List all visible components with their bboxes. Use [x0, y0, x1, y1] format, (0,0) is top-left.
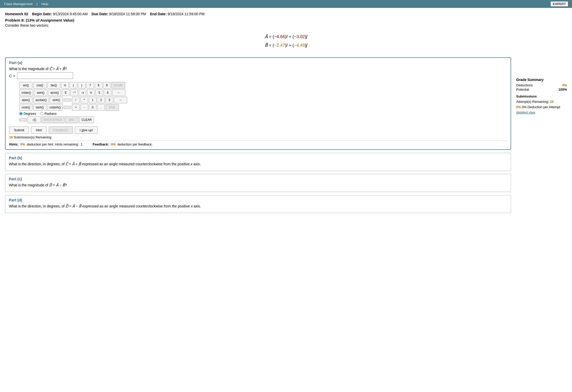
calc-minus[interactable]: - [80, 104, 88, 111]
main-content: Homework 02 Begin Date: 9/13/2024 9:45:0… [0, 8, 572, 392]
calc-empty-3 [19, 118, 27, 121]
hints-feedback-row: Hints: 0% deduction per hint. Hints rema… [9, 141, 507, 146]
calc-multiply[interactable]: * [80, 97, 88, 103]
calc-e[interactable]: E [62, 89, 70, 96]
calc-row-3: atan() acotan() sinh() / * 1 2 3 → [19, 97, 127, 103]
calc-3[interactable]: 3 [106, 97, 113, 103]
potential-value: 100% [559, 88, 567, 91]
hints-info: Hints: 0% deduction per hint. Hints rema… [9, 142, 82, 146]
submissions-title: Submissions [516, 94, 567, 98]
layout-wrapper: Part (a) What is the magnitude of C⃗ = A… [5, 57, 567, 216]
calc-down-v[interactable]: ↓v [79, 89, 86, 96]
nav-class-management[interactable]: Class Management [4, 2, 32, 6]
calc-0[interactable]: 0 [89, 104, 96, 111]
calc-acos[interactable]: acos() [48, 89, 61, 96]
part-a-section: Part (a) What is the magnitude of C⃗ = A… [5, 57, 511, 150]
radians-radio[interactable] [40, 112, 43, 115]
part-a-body: What is the magnitude of C⃗ = A⃗ + B⃗? C… [6, 66, 511, 149]
part-d-question: What is the direction, in degrees, of D⃗… [9, 204, 507, 208]
calculator-grid: sin() cos() tan() π ( ) 7 8 9 HOME [19, 82, 127, 124]
hint-button[interactable]: Hint [31, 126, 46, 134]
calc-1[interactable]: 1 [89, 97, 96, 103]
calc-acotan[interactable]: acotan() [33, 97, 49, 103]
homework-title: Homework 02 [5, 12, 28, 16]
calc-9[interactable]: 9 [103, 82, 111, 89]
submissions-detail: Attempt(s) Remaining: 10 0% 0% Deduction… [516, 99, 567, 115]
degrees-label[interactable]: Degrees [19, 112, 36, 116]
calc-clear[interactable]: CLEAR [79, 117, 94, 123]
detailed-view-link[interactable]: detailed view [516, 110, 535, 114]
part-b-question: What is the direction, in degrees, of C⃗… [9, 162, 507, 166]
submit-button[interactable]: Submit [9, 126, 29, 134]
calc-close-paren[interactable]: ) [78, 82, 86, 89]
calc-plus[interactable]: + [72, 104, 80, 111]
answer-input[interactable] [17, 72, 73, 79]
part-a-header: Part (a) [6, 58, 511, 66]
end-date-label: End Date: [150, 12, 166, 16]
part-c-question: What is the magnitude of D⃗ = A⃗ − B⃗? [9, 183, 507, 187]
calc-open-paren[interactable]: ( [70, 82, 77, 89]
vector-a-equation: A⃗ = (−4.66)î + (−3.02)ĵ [5, 32, 567, 41]
calc-4[interactable]: 4 [87, 89, 95, 96]
calc-end[interactable]: END [106, 104, 119, 111]
calc-tan[interactable]: tan() [47, 82, 60, 89]
problem-description: Consider these two vectors: [5, 23, 567, 27]
attempts-label: Attempt(s) Remaining: [516, 100, 549, 104]
calc-asin[interactable]: asin() [34, 89, 47, 96]
calculator-area: sin() cos() tan() π ( ) 7 8 9 HOME [9, 82, 507, 124]
problems-area: Part (a) What is the magnitude of C⃗ = A… [5, 57, 511, 216]
radians-label[interactable]: Radians [40, 112, 57, 116]
calc-cos[interactable]: cos() [33, 82, 46, 89]
degrees-radio[interactable] [19, 112, 23, 115]
part-c-header: Part (c) [5, 174, 511, 182]
calc-7[interactable]: 7 [86, 82, 94, 89]
calc-up-caret[interactable]: ↑^ [70, 89, 78, 96]
calc-tanh[interactable]: tanh() [33, 104, 46, 111]
feedback-button[interactable]: Feedback [49, 126, 73, 134]
calc-atan[interactable]: atan() [19, 97, 32, 103]
grade-summary-title: Grade Summary [516, 78, 567, 82]
calc-backspace[interactable]: BACKSPACE [42, 117, 64, 123]
calc-2[interactable]: 2 [97, 97, 105, 103]
problem-title: Problem 8: (13% of Assignment Value) [5, 18, 567, 22]
grade-sidebar: Grade Summary Deductions 0% Potential 10… [511, 57, 567, 216]
calc-sqrt[interactable]: √() [28, 117, 41, 123]
calc-cotanh[interactable]: cotanh() [47, 104, 63, 111]
calc-row-2: cotan() asin() acos() E ↑^ ↓v 4 5 6 ← [19, 89, 127, 96]
top-navigation: Class Management | Help EXPERT [0, 0, 572, 8]
calc-divide[interactable]: / [72, 97, 80, 103]
deductions-row: Deductions 0% [516, 83, 567, 87]
feedback-info: Feedback: 0% deduction per feedback. [93, 142, 153, 146]
calc-home[interactable]: HOME [111, 82, 125, 89]
part-d-body: What is the direction, in degrees, of D⃗… [5, 203, 511, 213]
calc-dot[interactable]: . [97, 104, 105, 111]
calc-8[interactable]: 8 [95, 82, 102, 89]
deductions-label: Deductions [516, 83, 533, 87]
deduction-per-attempt: 0% 0% Deduction per Attempt [516, 105, 560, 109]
calc-pi[interactable]: π [61, 82, 69, 89]
calc-cotan[interactable]: cotan() [19, 89, 33, 96]
begin-date-value: 9/13/2024 9:45:00 AM [53, 12, 88, 16]
calc-sinh[interactable]: sinh() [50, 97, 63, 103]
calc-5[interactable]: 5 [95, 89, 103, 96]
calc-row-4: cosh() tanh() cotanh() + - 0 . END [19, 104, 127, 111]
answer-input-row: C = [9, 72, 507, 79]
attempts-value: 10 [550, 100, 553, 104]
vector-b-equation: B⃗ = (−2.47)î + (−4.49)ĵ [5, 41, 567, 50]
submissions-remaining: 10 Submission(s) Remaining [9, 135, 507, 139]
calc-left-arrow[interactable]: ← [112, 89, 125, 96]
calc-del[interactable]: DEL [65, 117, 78, 123]
part-b-section: Part (b) What is the direction, in degre… [5, 153, 511, 171]
part-d-section: Part (d) What is the direction, in degre… [5, 195, 511, 213]
calc-row-5: √() BACKSPACE DEL CLEAR [19, 117, 127, 123]
part-b-body: What is the direction, in degrees, of C⃗… [5, 161, 511, 171]
calc-cosh[interactable]: cosh() [19, 104, 32, 111]
nav-help[interactable]: Help [41, 2, 48, 6]
potential-row: Potential 100% [516, 88, 567, 91]
nav-separator: | [37, 2, 37, 6]
part-b-header: Part (b) [5, 153, 511, 161]
calc-sin[interactable]: sin() [19, 82, 32, 89]
give-up-button[interactable]: I give up! [75, 126, 98, 134]
calc-right-arrow[interactable]: → [114, 97, 127, 103]
calc-6[interactable]: 6 [104, 89, 111, 96]
